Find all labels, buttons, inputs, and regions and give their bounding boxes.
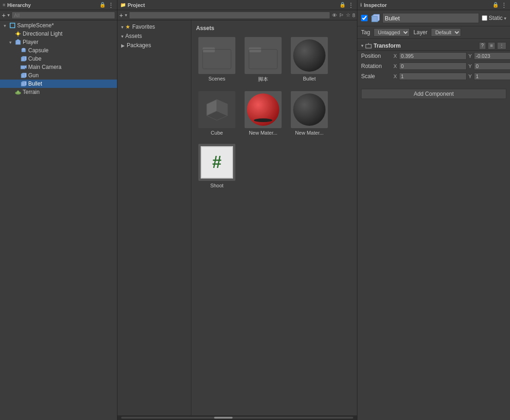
- scale-x-letter: X: [393, 74, 398, 79]
- rotation-x-field: X: [393, 62, 467, 70]
- scale-y-input[interactable]: [474, 73, 510, 80]
- hierarchy-add-button[interactable]: +: [2, 12, 6, 19]
- project-lock-icon[interactable]: 🔒: [339, 1, 346, 9]
- hierarchy-item-bullet[interactable]: Bullet: [0, 80, 117, 88]
- project-add-button[interactable]: +: [119, 12, 123, 19]
- transform-kebab-icon[interactable]: ⋮: [497, 42, 506, 49]
- scenes-thumb: [198, 37, 235, 74]
- packages-label: Packages: [127, 42, 151, 49]
- inspector-title: Inspector: [364, 2, 387, 8]
- project-toolbar: + ▾ 👁 🏳 ☆ 8: [117, 10, 357, 20]
- hierarchy-search-input[interactable]: [12, 12, 115, 19]
- new-mat-1-sphere-icon: [247, 93, 279, 126]
- hierarchy-lock-icon[interactable]: 🔒: [99, 1, 106, 9]
- project-search-input[interactable]: [129, 12, 330, 19]
- svg-rect-6: [16, 41, 20, 44]
- asset-shoot[interactable]: # Shoot: [196, 142, 238, 190]
- project-title: Project: [128, 2, 145, 8]
- inspector-menu-icon[interactable]: ⋮: [501, 1, 507, 9]
- transform-settings-icon[interactable]: ≡: [488, 42, 495, 49]
- scale-xyz: X Y Z: [393, 73, 510, 80]
- inspector-active-checkbox[interactable]: [361, 15, 368, 21]
- new-mat-2-thumb: [291, 91, 328, 128]
- inspector-name-input[interactable]: [382, 13, 479, 23]
- svg-point-1: [17, 32, 19, 35]
- cube-asset-label: Cube: [211, 130, 223, 136]
- hierarchy-item-directional-light[interactable]: Directional Light: [0, 30, 117, 38]
- asset-new-mat-1[interactable]: New Mater...: [242, 89, 284, 137]
- sidebar-assets[interactable]: ▾ Assets: [117, 31, 191, 41]
- svg-rect-0: [10, 23, 15, 28]
- project-panel: 📁 Project 🔒 ⋮ + ▾ 👁 🏳 ☆ 8 ▾ ★ Favorites: [117, 0, 357, 420]
- asset-new-mat-2[interactable]: New Mater...: [289, 89, 330, 137]
- static-row: Static ▾: [482, 15, 506, 21]
- sidebar-packages[interactable]: ▶ Packages: [117, 41, 191, 50]
- scripts-thumb: [245, 37, 282, 74]
- transform-section-header: ▾ Transform ? ≡ ⋮: [357, 41, 510, 51]
- hierarchy-item-player[interactable]: ▾ Player: [0, 38, 117, 46]
- camera-icon: [20, 64, 27, 70]
- hierarchy-menu-icon[interactable]: ⋮: [108, 1, 114, 9]
- transform-icon: [365, 43, 372, 49]
- cube-3d-icon: [202, 95, 232, 125]
- scene-icon: [9, 22, 16, 29]
- scrollbar-thumb[interactable]: [214, 417, 233, 419]
- asset-scenes[interactable]: Scenes: [196, 35, 238, 85]
- hierarchy-item-cube[interactable]: Cube: [0, 55, 117, 63]
- assets-heading: Assets: [196, 25, 352, 31]
- new-mat-2-label: New Mater...: [295, 130, 324, 136]
- rotation-x-input[interactable]: [399, 62, 467, 70]
- svg-marker-7: [16, 39, 20, 41]
- hierarchy-item-gun[interactable]: Gun: [0, 71, 117, 80]
- transform-title: Transform: [374, 43, 401, 49]
- add-component-button[interactable]: Add Component: [361, 89, 506, 99]
- position-x-input[interactable]: [399, 52, 467, 60]
- scale-x-input[interactable]: [399, 73, 467, 80]
- project-scrollbar[interactable]: [117, 415, 357, 420]
- new-mat-1-label: New Mater...: [249, 130, 277, 136]
- project-menu-icon[interactable]: ⋮: [348, 1, 354, 9]
- scene-name: SampleScene*: [17, 22, 54, 29]
- asset-bullet[interactable]: Bullet: [289, 35, 330, 85]
- inspector-lock-icon[interactable]: 🔒: [492, 1, 499, 9]
- rotation-y-field: Y: [468, 62, 510, 70]
- asset-scripts[interactable]: 脚本: [242, 35, 284, 85]
- static-checkbox[interactable]: [482, 15, 487, 21]
- scale-x-field: X: [393, 73, 467, 80]
- svg-rect-29: [372, 16, 377, 22]
- project-star-icon[interactable]: ☆: [346, 12, 350, 18]
- position-y-letter: Y: [468, 53, 473, 59]
- assets-grid: Scenes 脚本: [196, 35, 352, 190]
- sidebar-favorites[interactable]: ▾ ★ Favorites: [117, 22, 191, 31]
- project-content: ▾ ★ Favorites ▾ Assets ▶ Packages Assets: [117, 20, 357, 415]
- rotation-xyz: X Y Z: [393, 62, 510, 70]
- hierarchy-item-main-camera[interactable]: Main Camera: [0, 63, 117, 71]
- position-x-letter: X: [393, 53, 398, 59]
- tag-select[interactable]: Untagged: [374, 28, 410, 37]
- bullet-icon: [20, 80, 27, 87]
- layer-select[interactable]: Default: [431, 28, 461, 37]
- position-y-input[interactable]: [474, 52, 510, 60]
- asset-cube[interactable]: Cube: [196, 89, 238, 137]
- hierarchy-item-capsule[interactable]: Capsule: [0, 46, 117, 55]
- scene-root[interactable]: ▾ SampleScene*: [0, 21, 117, 30]
- project-eye-icon[interactable]: 👁: [332, 12, 337, 18]
- rotation-y-input[interactable]: [474, 62, 510, 70]
- transform-collapse-arrow[interactable]: ▾: [361, 43, 363, 48]
- hierarchy-item-terrain[interactable]: Terrain: [0, 88, 117, 96]
- player-label: Player: [23, 39, 38, 45]
- transform-help-icon[interactable]: ?: [479, 42, 486, 49]
- static-dropdown-arrow[interactable]: ▾: [504, 16, 506, 21]
- bullet-label: Bullet: [28, 80, 42, 87]
- cube-icon: [20, 56, 27, 62]
- position-y-field: Y: [468, 52, 510, 60]
- position-xyz: X Y Z: [393, 52, 510, 60]
- scale-y-letter: Y: [468, 74, 473, 79]
- layer-label: Layer: [413, 29, 427, 36]
- shoot-label: Shoot: [210, 183, 224, 188]
- static-label: Static: [489, 15, 503, 21]
- favorites-label: Favorites: [132, 24, 155, 30]
- svg-rect-21: [203, 48, 215, 53]
- project-flag-icon[interactable]: 🏳: [339, 12, 344, 18]
- directional-light-label: Directional Light: [23, 31, 62, 37]
